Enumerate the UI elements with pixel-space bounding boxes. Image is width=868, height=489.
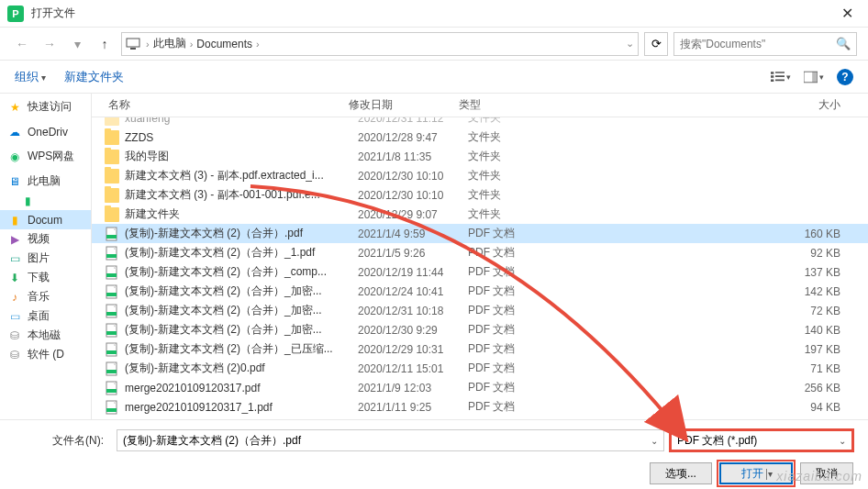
file-size: 140 KB	[551, 324, 868, 337]
back-button[interactable]: ←	[11, 33, 33, 55]
sidebar-item[interactable]: ⛁本地磁	[0, 326, 91, 345]
preview-pane-icon[interactable]: ▾	[804, 67, 824, 87]
file-row[interactable]: merge20210109120317_1.pdf2021/1/11 9:25P…	[92, 397, 868, 417]
file-row[interactable]: 我的导图2021/1/8 11:35文件夹	[92, 147, 868, 166]
search-icon[interactable]: 🔍	[836, 37, 851, 50]
folder-icon	[105, 169, 119, 183]
file-name: (复制)-新建文本文档 (2)（合并）_comp...	[125, 264, 349, 280]
file-type: 文件夹	[459, 149, 551, 164]
filetype-select[interactable]: PDF 文档 (*.pdf) ⌄	[670, 429, 853, 451]
file-row[interactable]: (复制)-新建文本文档 (2)（合并）_加密...2020/12/30 9:29…	[92, 320, 868, 339]
breadcrumb[interactable]: › 此电脑 › Documents › ⌄	[121, 32, 639, 56]
col-size[interactable]: 大小	[541, 97, 868, 113]
star-y-icon: ★	[7, 100, 22, 115]
folder-icon	[105, 150, 119, 164]
file-row[interactable]: (复制)-新建文本文档 (2)（合并）_1.pdf2021/1/5 9:26PD…	[92, 243, 868, 262]
sidebar-item[interactable]: ▭图片	[0, 249, 91, 268]
chevron-down-icon[interactable]: ⌄	[839, 436, 846, 446]
file-name: 新建文件夹	[125, 206, 349, 222]
svg-rect-15	[106, 331, 117, 335]
file-row[interactable]: ZZDS2020/12/28 9:47文件夹	[92, 128, 868, 147]
file-row[interactable]: xuanfeng2020/12/31 11:12文件夹	[92, 117, 868, 128]
mus-o-icon: ♪	[7, 290, 22, 305]
crumb-pc[interactable]: 此电脑	[150, 36, 190, 51]
up-button[interactable]: ↑	[94, 33, 116, 55]
file-row[interactable]: (复制)-新建文本文档 (2)0.pdf2020/12/11 15:01PDF …	[92, 359, 868, 378]
crumb-documents[interactable]: Documents	[193, 38, 256, 50]
img-t-icon: ▭	[7, 251, 22, 266]
filetype-value: PDF 文档 (*.pdf)	[677, 433, 757, 449]
file-date: 2020/12/19 11:44	[349, 266, 459, 279]
main-area: ★快速访问☁OneDriv◉WPS网盘🖥此电脑▮▮Docum▶视频▭图片⬇下载♪…	[0, 94, 868, 419]
file-type: PDF 文档	[459, 264, 551, 280]
sidebar-item[interactable]: ▭桌面	[0, 306, 91, 326]
filename-input[interactable]: (复制)-新建文本文档 (2)（合并）.pdf ⌄	[117, 429, 664, 451]
sidebar-item-label: 软件 (D	[28, 347, 64, 362]
sidebar-item[interactable]: ☁OneDriv	[0, 122, 91, 141]
view-list-icon[interactable]: ▾	[771, 67, 791, 87]
sidebar-item-label: 下载	[28, 270, 50, 285]
file-date: 2020/12/28 9:47	[349, 131, 459, 144]
file-type: PDF 文档	[459, 361, 551, 376]
help-icon[interactable]: ?	[837, 69, 853, 85]
file-row[interactable]: (复制)-新建文本文档 (2)（合并）_comp...2020/12/19 11…	[92, 262, 868, 282]
file-size: 137 KB	[551, 266, 868, 279]
chevron-right-icon[interactable]: ›	[256, 39, 260, 50]
sidebar-item[interactable]: ★快速访问	[0, 97, 91, 117]
file-size: 92 KB	[551, 247, 868, 260]
file-date: 2020/12/31 10:18	[349, 305, 459, 317]
svg-rect-5	[106, 235, 117, 239]
sidebar-item[interactable]: 🖥此电脑	[0, 172, 91, 191]
folder-icon	[105, 130, 119, 145]
svg-rect-9	[106, 273, 117, 277]
sidebar-item[interactable]: ▮	[0, 191, 91, 210]
file-name: 新建文本文档 (3) - 副本-001-001.pdf.e...	[125, 187, 349, 203]
chevron-down-icon[interactable]: ⌄	[651, 436, 658, 446]
newfolder-button[interactable]: 新建文件夹	[64, 69, 124, 85]
svg-rect-17	[106, 350, 117, 354]
svg-rect-0	[127, 39, 139, 47]
history-dropdown[interactable]: ▾	[66, 33, 88, 55]
file-date: 2021/1/4 9:59	[349, 228, 459, 240]
organize-button[interactable]: 组织	[15, 69, 46, 85]
sidebar-item-label: 视频	[28, 231, 50, 247]
file-date: 2021/1/8 11:35	[349, 150, 459, 163]
file-date: 2021/1/9 12:03	[349, 382, 459, 395]
folder-icon	[105, 188, 119, 203]
file-row[interactable]: merge20210109120317.pdf2021/1/9 12:03PDF…	[92, 378, 868, 397]
sidebar-item[interactable]: ⛁软件 (D	[0, 345, 91, 364]
cloud-b-icon: ☁	[7, 125, 22, 139]
sidebar-item[interactable]: ♪音乐	[0, 287, 91, 306]
file-row[interactable]: 新建文本文档 (3) - 副本.pdf.extracted_i...2020/1…	[92, 166, 868, 185]
sidebar-item[interactable]: ▶视频	[0, 229, 91, 249]
pc-icon	[126, 37, 140, 51]
col-name[interactable]: 名称	[92, 97, 339, 113]
pdf-icon	[105, 361, 119, 376]
file-row[interactable]: (复制)-新建文本文档 (2)（合并）_已压缩...2020/12/29 10:…	[92, 339, 868, 359]
close-icon[interactable]: ✕	[833, 0, 861, 28]
file-date: 2021/1/11 9:25	[349, 401, 459, 414]
sidebar-item-label: OneDriv	[28, 126, 68, 139]
options-button[interactable]: 选项...	[650, 462, 712, 484]
refresh-button[interactable]: ⟳	[644, 32, 668, 56]
sidebar-item-label: 本地磁	[28, 328, 61, 343]
file-row[interactable]: (复制)-新建文本文档 (2)（合并）.pdf2021/1/4 9:59PDF …	[92, 224, 868, 243]
file-row[interactable]: (复制)-新建文本文档 (2)（合并）_加密...2020/12/24 10:4…	[92, 282, 868, 301]
search-input[interactable]: 🔍	[673, 32, 857, 56]
pdf-icon	[105, 323, 119, 338]
col-date[interactable]: 修改日期	[339, 97, 450, 113]
file-row[interactable]: (复制)-新建文本文档 (2)（合并）_加密...2020/12/31 10:1…	[92, 301, 868, 320]
file-row[interactable]: 新建文件夹2020/12/29 9:07文件夹	[92, 205, 868, 224]
chevron-down-icon[interactable]: ⌄	[626, 38, 634, 50]
file-row[interactable]: 新建文本文档 (3) - 副本-001-001.pdf.e...2020/12/…	[92, 185, 868, 205]
sidebar-item[interactable]: ⬇下载	[0, 268, 91, 287]
file-type: PDF 文档	[459, 245, 551, 261]
file-name: xuanfeng	[125, 117, 349, 125]
sidebar-item[interactable]: ▮Docum	[0, 210, 91, 229]
pdf-icon	[105, 342, 119, 357]
col-type[interactable]: 类型	[450, 97, 541, 113]
sidebar-item[interactable]: ◉WPS网盘	[0, 147, 91, 166]
search-field[interactable]	[680, 38, 836, 50]
file-name: 我的导图	[125, 149, 349, 164]
dl-g-icon: ⬇	[7, 271, 22, 285]
